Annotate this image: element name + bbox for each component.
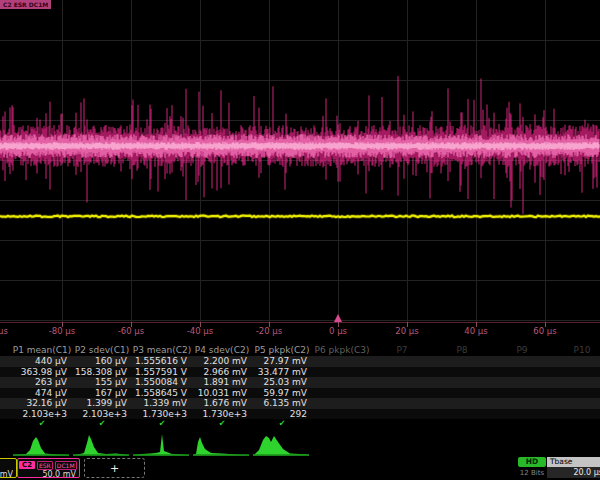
time-axis-label: -100 µs bbox=[0, 326, 8, 336]
measure-row: 440 µV160 µV1.555616 V2.200 mV27.97 mV bbox=[0, 356, 600, 367]
measure-value: 2.966 mV bbox=[192, 367, 252, 378]
measure-header-5[interactable]: P5 pkpk(C2) bbox=[252, 344, 312, 356]
c2-esr-badge: ESR bbox=[37, 461, 53, 470]
bottom-bar: C1 DC1M 10.0 mV C2 ESR DC1M 50.0 mV + HD… bbox=[0, 457, 600, 480]
channel-c1-descriptor[interactable]: C1 DC1M 10.0 mV bbox=[0, 458, 17, 478]
c1-scale-value: 10.0 mV bbox=[0, 470, 16, 479]
measure-header-1[interactable]: P1 mean(C1) bbox=[12, 344, 72, 356]
timebase-label: Tbase bbox=[547, 457, 600, 467]
measure-value: 1.555616 V bbox=[132, 356, 192, 367]
measure-value: 1.730e+3 bbox=[192, 409, 252, 420]
measure-value: 1.676 mV bbox=[192, 398, 252, 409]
time-axis-label: 0 µs bbox=[329, 326, 347, 336]
measure-value: 10.031 mV bbox=[192, 388, 252, 399]
measure-header-row: P1 mean(C1)P2 sdev(C1)P3 mean(C2)P4 sdev… bbox=[0, 344, 600, 356]
measure-value: 1.730e+3 bbox=[132, 409, 192, 420]
status-check-icon: ✔ bbox=[192, 419, 252, 429]
measure-value: 1.557591 V bbox=[132, 367, 192, 378]
measure-value: 292 bbox=[252, 409, 312, 420]
timebase-descriptor[interactable]: Tbase 20.0 µs bbox=[547, 457, 600, 479]
measure-row: 2.103e+32.103e+31.730e+31.730e+3292 bbox=[0, 409, 600, 420]
measure-value: 2.200 mV bbox=[192, 356, 252, 367]
measure-value: 474 µV bbox=[12, 388, 72, 399]
measure-value: 1.339 mV bbox=[132, 398, 192, 409]
measure-value: 167 µV bbox=[72, 388, 132, 399]
measure-value: 160 µV bbox=[72, 356, 132, 367]
c2-tab[interactable]: C2 bbox=[19, 461, 35, 469]
time-axis-label: 20 µs bbox=[395, 326, 418, 336]
measure-header-2[interactable]: P2 sdev(C1) bbox=[72, 344, 132, 356]
waveform-grid[interactable]: C2 ESR DC1M -100 µs-80 µs-60 µs-40 µs-20… bbox=[0, 0, 600, 342]
status-check-icon: ✔ bbox=[72, 419, 132, 429]
measure-value: 1.558645 V bbox=[132, 388, 192, 399]
measure-value: 363.98 µV bbox=[12, 367, 72, 378]
status-check-icon: ✔ bbox=[132, 419, 192, 429]
measure-header-7[interactable]: P7 bbox=[372, 344, 432, 356]
measure-row: 263 µV155 µV1.550084 V1.891 mV25.03 mV bbox=[0, 377, 600, 388]
measure-value: 25.03 mV bbox=[252, 377, 312, 388]
measure-row: 32.16 µV1.399 µV1.339 mV1.676 mV6.135 mV bbox=[0, 398, 600, 409]
time-axis-label: -80 µs bbox=[49, 326, 75, 336]
measure-value: 263 µV bbox=[12, 377, 72, 388]
measure-row: 363.98 µV158.308 µV1.557591 V2.966 mV33.… bbox=[0, 367, 600, 378]
measure-value: 1.399 µV bbox=[72, 398, 132, 409]
measure-table: P1 mean(C1)P2 sdev(C1)P3 mean(C2)P4 sdev… bbox=[0, 344, 600, 429]
measure-status-row: ✔✔✔✔✔ bbox=[0, 419, 600, 429]
measure-value: 59.97 mV bbox=[252, 388, 312, 399]
oscilloscope-screen: C2 ESR DC1M -100 µs-80 µs-60 µs-40 µs-20… bbox=[0, 0, 600, 480]
measure-value: 155 µV bbox=[72, 377, 132, 388]
measure-value: 158.308 µV bbox=[72, 367, 132, 378]
c2-coupling-badge: DC1M bbox=[55, 461, 77, 470]
measure-value: 440 µV bbox=[12, 356, 72, 367]
measure-histicon-2[interactable] bbox=[72, 430, 132, 457]
measure-histicon-5[interactable] bbox=[252, 430, 312, 457]
waveform-canvas bbox=[0, 0, 600, 342]
measure-value: 6.135 mV bbox=[252, 398, 312, 409]
measure-value: 1.550084 V bbox=[132, 377, 192, 388]
measure-histicon-3[interactable] bbox=[132, 430, 192, 457]
time-axis-label: -60 µs bbox=[118, 326, 144, 336]
measure-value: 33.477 mV bbox=[252, 367, 312, 378]
measure-header-10[interactable]: P10 bbox=[552, 344, 600, 356]
measure-header-6[interactable]: P6 pkpk(C3) bbox=[312, 344, 372, 356]
status-check-icon: ✔ bbox=[12, 419, 72, 429]
time-axis-label: 40 µs bbox=[464, 326, 487, 336]
channel-c2-descriptor[interactable]: C2 ESR DC1M 50.0 mV bbox=[17, 458, 80, 478]
status-check-icon: ✔ bbox=[252, 419, 312, 429]
measure-value: 2.103e+3 bbox=[72, 409, 132, 420]
measure-value: 27.97 mV bbox=[252, 356, 312, 367]
hd-mode-badge[interactable]: HD bbox=[518, 457, 546, 467]
c2-scale-value: 50.0 mV bbox=[18, 470, 79, 479]
measure-header-4[interactable]: P4 sdev(C2) bbox=[192, 344, 252, 356]
measure-value: 1.891 mV bbox=[192, 377, 252, 388]
measure-row: 474 µV167 µV1.558645 V10.031 mV59.97 mV bbox=[0, 388, 600, 399]
histicon-row bbox=[0, 430, 600, 457]
time-axis-label: -20 µs bbox=[256, 326, 282, 336]
timebase-value: 20.0 µs bbox=[547, 467, 600, 478]
measure-histicon-4[interactable] bbox=[192, 430, 252, 457]
measure-value: 32.16 µV bbox=[12, 398, 72, 409]
add-trace-button[interactable]: + bbox=[84, 458, 145, 478]
measure-header-3[interactable]: P3 mean(C2) bbox=[132, 344, 192, 356]
measure-histicon-1[interactable] bbox=[12, 430, 72, 457]
measure-header-8[interactable]: P8 bbox=[432, 344, 492, 356]
time-axis-label: -40 µs bbox=[187, 326, 213, 336]
active-trace-badge: C2 ESR DC1M bbox=[0, 0, 51, 9]
measure-header-9[interactable]: P9 bbox=[492, 344, 552, 356]
measure-value: 2.103e+3 bbox=[12, 409, 72, 420]
time-axis-label: 60 µs bbox=[533, 326, 556, 336]
